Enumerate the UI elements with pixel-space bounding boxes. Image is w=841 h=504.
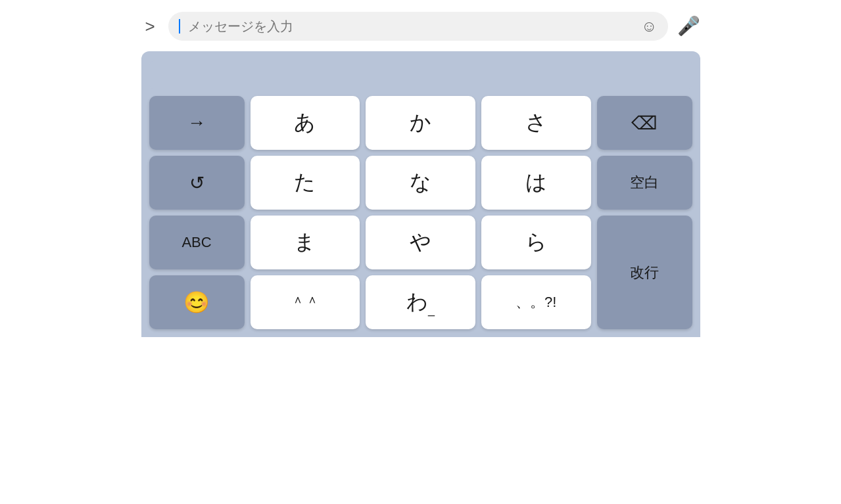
key-na-label: な xyxy=(410,168,431,197)
backspace-icon: ⌫ xyxy=(631,112,658,134)
enter-key[interactable]: 改行 xyxy=(597,216,692,329)
char-row-2: た な は xyxy=(251,156,591,210)
key-wa-label: わ_ xyxy=(406,288,435,317)
key-ma[interactable]: ま xyxy=(251,216,360,269)
key-sa[interactable]: さ xyxy=(481,96,591,150)
microphone-icon: 🎤 xyxy=(677,16,700,36)
emoji-key[interactable]: 😊 xyxy=(149,275,245,329)
key-a[interactable]: あ xyxy=(251,96,360,150)
chevron-icon: > xyxy=(145,16,155,36)
abc-label: ABC xyxy=(181,234,211,251)
message-input[interactable] xyxy=(188,19,635,34)
key-punct[interactable]: 、。?! xyxy=(481,275,591,329)
key-punct-label: 、。?! xyxy=(516,292,556,312)
key-ta[interactable]: た xyxy=(251,156,360,210)
arrow-key[interactable]: → xyxy=(149,96,245,150)
key-ra[interactable]: ら xyxy=(481,216,591,269)
char-row-1: あ か さ xyxy=(251,96,591,150)
undo-key[interactable]: ↺ xyxy=(149,156,245,210)
key-na[interactable]: な xyxy=(366,156,475,210)
emoji-face-icon: 😊 xyxy=(183,290,210,315)
char-row-3: ま や ら xyxy=(251,216,591,269)
key-ha-label: は xyxy=(525,168,547,197)
key-ha[interactable]: は xyxy=(481,156,591,210)
col-left: → ↺ ABC 😊 xyxy=(149,96,245,329)
key-kigou[interactable]: ＾＾ xyxy=(251,275,360,329)
top-bar: > ☺ 🎤 xyxy=(141,0,700,51)
message-input-wrapper: ☺ xyxy=(168,12,668,41)
smiley-icon: ☺ xyxy=(641,17,658,35)
key-ka[interactable]: か xyxy=(366,96,475,150)
abc-key[interactable]: ABC xyxy=(149,216,245,269)
key-kigou-label: ＾＾ xyxy=(291,292,320,312)
chevron-button[interactable]: > xyxy=(141,18,159,35)
key-sa-label: さ xyxy=(525,108,547,137)
key-ka-label: か xyxy=(410,108,431,137)
key-ma-label: ま xyxy=(294,228,316,257)
backspace-key[interactable]: ⌫ xyxy=(597,96,692,150)
col-right: ⌫ 空白 改行 xyxy=(597,96,692,329)
key-a-label: あ xyxy=(294,108,316,137)
suggestion-bar xyxy=(149,60,692,89)
cursor-indicator xyxy=(179,19,180,34)
key-ta-label: た xyxy=(294,168,316,197)
keyboard-col-layout: → ↺ ABC 😊 あ か さ xyxy=(149,96,692,329)
key-ya[interactable]: や xyxy=(366,216,475,269)
space-label: 空白 xyxy=(630,173,659,193)
undo-icon: ↺ xyxy=(189,172,204,194)
enter-label: 改行 xyxy=(630,263,659,283)
key-ya-label: や xyxy=(410,228,431,257)
char-row-4: ＾＾ わ_ 、。?! xyxy=(251,275,591,329)
mic-button[interactable]: 🎤 xyxy=(677,17,700,35)
keyboard-area: → ↺ ABC 😊 あ か さ xyxy=(141,51,700,337)
arrow-right-icon: → xyxy=(187,112,206,133)
col-chars: あ か さ た な は xyxy=(251,96,591,329)
key-wa[interactable]: わ_ xyxy=(366,275,475,329)
emoji-button[interactable]: ☺ xyxy=(641,18,658,34)
space-key[interactable]: 空白 xyxy=(597,156,692,210)
key-ra-label: ら xyxy=(525,228,547,257)
